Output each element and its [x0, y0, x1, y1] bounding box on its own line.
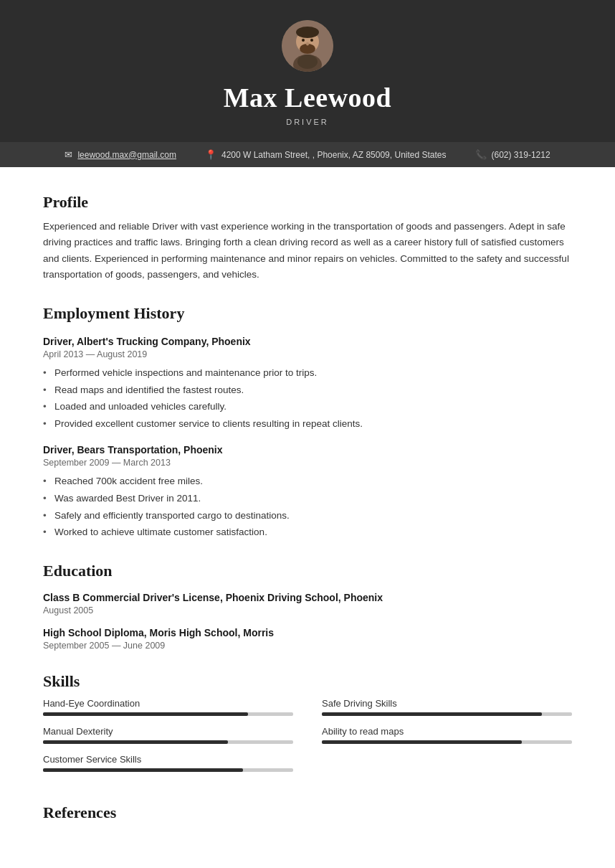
- skill-name: Ability to read maps: [322, 726, 572, 737]
- job-2-dates: September 2009 — March 2013: [43, 458, 572, 468]
- svg-point-7: [310, 39, 313, 42]
- phone-icon: 📞: [475, 149, 487, 160]
- list-item: Performed vehicle inspections and mainte…: [43, 365, 572, 381]
- skill-bar-bg: [43, 768, 293, 772]
- phone-text: (602) 319-1212: [492, 150, 550, 160]
- skill-name: Hand-Eye Coordination: [43, 698, 293, 709]
- skills-section-title: Skills: [43, 672, 572, 691]
- skill-name: Customer Service Skills: [43, 754, 293, 765]
- job-1-title: Driver, Albert's Trucking Company, Phoen…: [43, 336, 572, 347]
- header-section: Max Leewood DRIVER: [0, 0, 615, 142]
- job-1: Driver, Albert's Trucking Company, Phoen…: [43, 336, 572, 431]
- job-2: Driver, Bears Transportation, Phoenix Se…: [43, 444, 572, 539]
- edu-2-dates: September 2005 — June 2009: [43, 641, 572, 651]
- job-1-dates: April 2013 — August 2019: [43, 349, 572, 359]
- candidate-name: Max Leewood: [29, 82, 586, 113]
- skill-bar-fill: [43, 740, 228, 744]
- email-contact: ✉ leewood.max@gmail.com: [65, 149, 176, 160]
- skills-col-left: Hand-Eye Coordination Manual Dexterity C…: [43, 698, 293, 782]
- job-2-bullets: Reached 700k accident free miles. Was aw…: [43, 473, 572, 539]
- skill-item: Ability to read maps: [322, 726, 572, 744]
- skill-name: Safe Driving Skills: [322, 698, 572, 709]
- list-item: Read maps and identified the fastest rou…: [43, 382, 572, 398]
- edu-1: Class B Commercial Driver's License, Pho…: [43, 592, 572, 615]
- edu-2-title: High School Diploma, Moris High School, …: [43, 627, 572, 638]
- edu-1-dates: August 2005: [43, 605, 572, 615]
- skill-bar-bg: [43, 740, 293, 744]
- skill-item: Manual Dexterity: [43, 726, 293, 744]
- address-text: 4200 W Latham Street, , Phoenix, AZ 8500…: [221, 150, 447, 160]
- edu-2: High School Diploma, Moris High School, …: [43, 627, 572, 651]
- avatar: [282, 20, 333, 72]
- email-link[interactable]: leewood.max@gmail.com: [77, 150, 176, 160]
- list-item: Provided excellent customer service to c…: [43, 416, 572, 432]
- profile-text: Experienced and reliable Driver with vas…: [43, 219, 572, 283]
- profile-section-title: Profile: [43, 193, 572, 212]
- contact-bar: ✉ leewood.max@gmail.com 📍 4200 W Latham …: [0, 142, 615, 167]
- svg-point-8: [306, 42, 309, 46]
- skill-bar-fill: [43, 768, 243, 772]
- skills-grid: Hand-Eye Coordination Manual Dexterity C…: [43, 698, 572, 782]
- skills-col-right: Safe Driving Skills Ability to read maps: [322, 698, 572, 782]
- skill-item: Hand-Eye Coordination: [43, 698, 293, 716]
- education-section-title: Education: [43, 562, 572, 580]
- candidate-title: DRIVER: [29, 118, 586, 126]
- skill-bar-fill: [43, 712, 248, 716]
- references-section-title: References: [43, 803, 572, 822]
- address-contact: 📍 4200 W Latham Street, , Phoenix, AZ 85…: [205, 149, 447, 160]
- edu-1-title: Class B Commercial Driver's License, Pho…: [43, 592, 572, 603]
- location-icon: 📍: [205, 149, 216, 160]
- job-1-bullets: Performed vehicle inspections and mainte…: [43, 365, 572, 431]
- email-icon: ✉: [65, 149, 72, 160]
- skill-bar-bg: [322, 712, 572, 716]
- skill-bar-fill: [322, 740, 522, 744]
- list-item: Reached 700k accident free miles.: [43, 473, 572, 489]
- main-content: Profile Experienced and reliable Driver …: [0, 167, 615, 865]
- skill-name: Manual Dexterity: [43, 726, 293, 737]
- job-2-title: Driver, Bears Transportation, Phoenix: [43, 444, 572, 456]
- list-item: Loaded and unloaded vehicles carefully.: [43, 399, 572, 415]
- svg-point-4: [296, 27, 319, 38]
- skill-item: Safe Driving Skills: [322, 698, 572, 716]
- skill-item: Customer Service Skills: [43, 754, 293, 772]
- phone-contact: 📞 (602) 319-1212: [475, 149, 550, 160]
- svg-point-6: [302, 39, 305, 42]
- list-item: Worked to achieve ultimate customer sati…: [43, 524, 572, 540]
- skill-bar-fill: [322, 712, 542, 716]
- skill-bar-bg: [43, 712, 293, 716]
- employment-section-title: Employment History: [43, 304, 572, 323]
- list-item: Safely and efficiently transported cargo…: [43, 508, 572, 524]
- list-item: Was awarded Best Driver in 2011.: [43, 491, 572, 506]
- skill-bar-bg: [322, 740, 572, 744]
- svg-point-2: [297, 55, 318, 69]
